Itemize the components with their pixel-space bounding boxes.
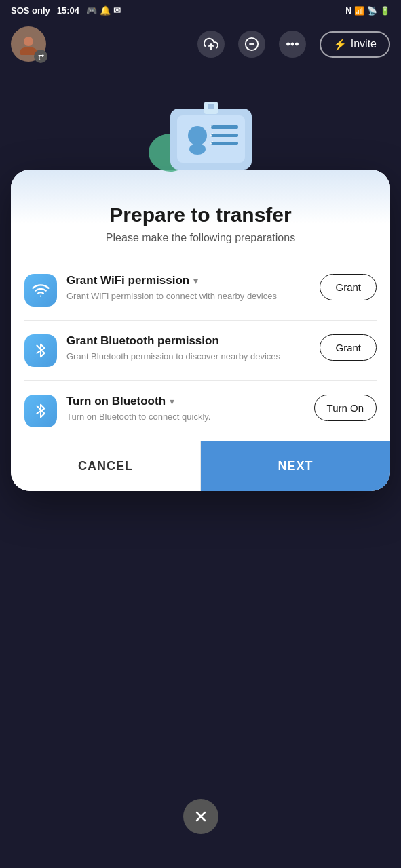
bluetooth-on-icon bbox=[24, 395, 57, 427]
bluetooth-on-title: Turn on Bluetooth bbox=[66, 395, 166, 408]
bluetooth-on-item: Turn on Bluetooth ▾ Turn on Bluetooth to… bbox=[24, 381, 377, 441]
wifi-perm-action: Grant bbox=[320, 274, 377, 300]
modal-subtitle: Please make the following preparations bbox=[30, 232, 371, 244]
wifi-perm-desc: Grant WiFi permission to connect with ne… bbox=[66, 290, 310, 302]
game-icon: 🎮 bbox=[86, 5, 97, 16]
wifi-permission-item: Grant WiFi permission ▾ Grant WiFi permi… bbox=[24, 260, 377, 321]
bluetooth-grant-icon bbox=[24, 334, 57, 367]
svg-point-12 bbox=[189, 144, 206, 155]
bluetooth-on-action: Turn On bbox=[314, 395, 377, 421]
svg-rect-14 bbox=[211, 134, 238, 137]
bluetooth-grant-item: Grant Bluetooth permission Grant Bluetoo… bbox=[24, 321, 377, 381]
cancel-button[interactable]: CANCEL bbox=[11, 441, 201, 491]
wifi-perm-icon bbox=[24, 274, 57, 307]
bluetooth-on-content: Turn on Bluetooth ▾ Turn on Bluetooth to… bbox=[66, 395, 305, 423]
modal-card: Prepare to transfer Please make the foll… bbox=[11, 170, 390, 491]
wifi-chevron-icon: ▾ bbox=[193, 275, 198, 286]
svg-rect-15 bbox=[211, 142, 238, 145]
close-button[interactable] bbox=[183, 799, 218, 834]
bluetooth-turn-on-button[interactable]: Turn On bbox=[314, 395, 377, 421]
invite-button[interactable]: ⚡ Invite bbox=[320, 31, 390, 58]
battery-icon: 🔋 bbox=[380, 6, 390, 16]
svg-point-6 bbox=[291, 43, 293, 45]
user-avatar[interactable]: ⇄ bbox=[11, 26, 46, 62]
modal-footer: CANCEL NEXT bbox=[11, 441, 390, 491]
modal-body: Grant WiFi permission ▾ Grant WiFi permi… bbox=[11, 260, 390, 441]
swap-icon: ⇄ bbox=[38, 52, 44, 61]
wifi-status-icon: 📡 bbox=[367, 6, 377, 16]
wifi-perm-content: Grant WiFi permission ▾ Grant WiFi permi… bbox=[66, 274, 310, 302]
email-icon: ✉ bbox=[113, 5, 121, 16]
wifi-title-row: Grant WiFi permission ▾ bbox=[66, 274, 310, 288]
invite-icon: ⚡ bbox=[333, 38, 347, 51]
svg-point-0 bbox=[24, 37, 33, 46]
signal-icon: 📶 bbox=[354, 6, 364, 16]
bluetooth-grant-content: Grant Bluetooth permission Grant Bluetoo… bbox=[66, 334, 310, 363]
upload-icon-btn[interactable] bbox=[197, 31, 225, 58]
status-bar: SOS only 15:04 🎮 🔔 ✉ N 📶 📡 🔋 bbox=[0, 0, 401, 21]
bluetooth-on-desc: Turn on Bluetooth to connect quickly. bbox=[66, 411, 305, 423]
bluetooth-grant-action: Grant bbox=[320, 334, 377, 361]
sos-text: SOS only bbox=[11, 5, 50, 16]
status-time: 15:04 bbox=[57, 5, 79, 16]
bluetooth-grant-title: Grant Bluetooth permission bbox=[66, 334, 219, 348]
next-button[interactable]: NEXT bbox=[201, 441, 390, 491]
top-nav: ⇄ ⚡ Invite bbox=[0, 21, 401, 70]
svg-text:✓: ✓ bbox=[210, 123, 214, 130]
modal-illustration: ✓ ✓ ✓ bbox=[11, 102, 390, 190]
nfc-icon: N bbox=[345, 6, 351, 16]
svg-point-7 bbox=[296, 43, 298, 45]
more-icon-btn[interactable] bbox=[279, 31, 306, 58]
wifi-grant-button[interactable]: Grant bbox=[320, 274, 377, 300]
wifi-perm-title: Grant WiFi permission bbox=[66, 274, 189, 288]
svg-rect-13 bbox=[211, 125, 238, 129]
bluetooth-grant-button[interactable]: Grant bbox=[320, 334, 377, 361]
svg-rect-20 bbox=[208, 104, 214, 109]
svg-rect-10 bbox=[177, 115, 245, 163]
nav-icons: ⚡ Invite bbox=[197, 31, 390, 58]
minus-icon-btn[interactable] bbox=[238, 31, 265, 58]
modal-container: ✓ ✓ ✓ Prepare to transfer Please make th… bbox=[11, 102, 390, 491]
modal-title: Prepare to transfer bbox=[30, 203, 371, 226]
bluetooth-on-chevron-icon: ▾ bbox=[170, 396, 174, 407]
status-left: SOS only 15:04 🎮 🔔 ✉ bbox=[11, 5, 121, 16]
invite-label: Invite bbox=[351, 38, 377, 50]
bluetooth-on-title-row: Turn on Bluetooth ▾ bbox=[66, 395, 305, 408]
svg-point-5 bbox=[287, 43, 289, 45]
bluetooth-grant-desc: Grant Bluetooth permission to discover n… bbox=[66, 351, 310, 363]
svg-text:✓: ✓ bbox=[210, 140, 214, 146]
svg-point-21 bbox=[40, 296, 41, 297]
svg-text:✓: ✓ bbox=[210, 132, 214, 138]
svg-point-11 bbox=[188, 126, 207, 145]
bluetooth-grant-title-row: Grant Bluetooth permission bbox=[66, 334, 310, 348]
bell-icon: 🔔 bbox=[100, 5, 111, 16]
status-right: N 📶 📡 🔋 bbox=[345, 6, 390, 16]
